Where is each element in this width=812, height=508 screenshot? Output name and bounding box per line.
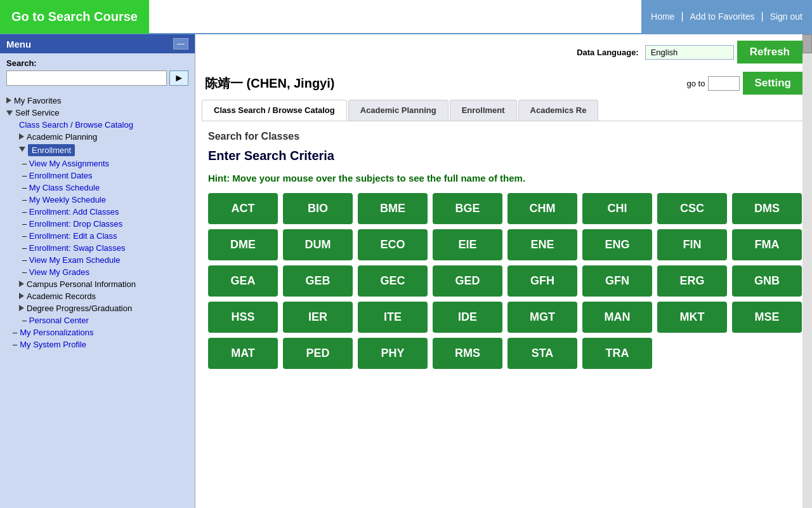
enrollment-edit-link[interactable]: Enrollment: Edit a Class	[29, 231, 117, 241]
academic-planning-triangle-icon	[19, 133, 24, 140]
sidebar-item-enrollment[interactable]: Enrollment	[0, 143, 195, 157]
sidebar-item-my-favorites[interactable]: My Favorites	[0, 95, 195, 107]
sidebar-item-academic-records[interactable]: Academic Records	[0, 290, 195, 302]
subject-button-chi[interactable]: CHI	[582, 193, 652, 224]
sidebar-item-class-search[interactable]: Class Search / Browse Catalog	[0, 119, 195, 131]
data-language-input[interactable]	[645, 45, 734, 60]
scrollbar-thumb[interactable]	[802, 34, 812, 53]
my-system-profile-link[interactable]: My System Profile	[20, 340, 86, 349]
my-class-schedule-link[interactable]: My Class Schedule	[29, 183, 100, 192]
subject-button-gnb[interactable]: GNB	[732, 265, 802, 297]
sidebar-item-enrollment-drop[interactable]: Enrollment: Drop Classes	[0, 218, 195, 230]
sidebar-minimize-button[interactable]: —	[173, 38, 188, 50]
view-assignments-link[interactable]: View My Assignments	[29, 159, 109, 168]
sidebar-item-my-class-schedule[interactable]: My Class Schedule	[0, 182, 195, 194]
subject-button-ier[interactable]: IER	[283, 302, 353, 333]
goto-input[interactable]	[708, 76, 740, 91]
personal-center-link[interactable]: Personal Center	[29, 316, 89, 325]
subject-button-dme[interactable]: DME	[208, 229, 278, 260]
subject-button-dum[interactable]: DUM	[283, 229, 353, 260]
subject-button-bme[interactable]: BME	[358, 193, 428, 224]
sidebar-header: Menu —	[0, 34, 195, 53]
subject-button-geb[interactable]: GEB	[283, 265, 353, 297]
subject-button-chm[interactable]: CHM	[508, 193, 577, 224]
subject-button-dms[interactable]: DMS	[732, 193, 802, 224]
subject-button-ide[interactable]: IDE	[433, 302, 502, 333]
subject-button-gfh[interactable]: GFH	[508, 265, 577, 297]
scrollbar-track[interactable]	[802, 34, 812, 508]
subject-button-gea[interactable]: GEA	[208, 265, 278, 297]
sidebar-item-campus-personal[interactable]: Campus Personal Information	[0, 278, 195, 290]
sidebar-item-degree-progress[interactable]: Degree Progress/Graduation	[0, 302, 195, 314]
subject-button-gfn[interactable]: GFN	[582, 265, 652, 297]
sidebar-item-self-service[interactable]: Self Service	[0, 107, 195, 119]
setting-button[interactable]: Setting	[743, 72, 802, 95]
sidebar-item-enrollment-dates[interactable]: Enrollment Dates	[0, 170, 195, 182]
subject-button-man[interactable]: MAN	[582, 302, 652, 333]
subject-button-ped[interactable]: PED	[283, 338, 353, 369]
subject-button-fin[interactable]: FIN	[657, 229, 727, 260]
subject-button-mkt[interactable]: MKT	[657, 302, 727, 333]
subject-button-rms[interactable]: RMS	[433, 338, 502, 369]
sign-out-link[interactable]: Sign out	[770, 11, 802, 22]
nav-separator-1: |	[681, 11, 683, 22]
subject-button-mse[interactable]: MSE	[732, 302, 802, 333]
add-to-favorites-link[interactable]: Add to Favorites	[690, 11, 755, 22]
refresh-button[interactable]: Refresh	[737, 41, 802, 64]
subject-button-act[interactable]: ACT	[208, 193, 278, 224]
search-go-button[interactable]: ►	[169, 70, 188, 86]
sidebar-item-academic-planning[interactable]: Academic Planning	[0, 131, 195, 143]
my-personalizations-link[interactable]: My Personalizations	[20, 328, 93, 337]
sidebar-item-enrollment-add[interactable]: Enrollment: Add Classes	[0, 206, 195, 218]
subject-button-eco[interactable]: ECO	[358, 229, 428, 260]
sidebar-item-view-assignments[interactable]: View My Assignments	[0, 157, 195, 170]
subject-button-ged[interactable]: GED	[433, 265, 502, 297]
sidebar-item-campus-personal-label: Campus Personal Information	[27, 279, 136, 289]
subject-button-ene[interactable]: ENE	[508, 229, 577, 260]
subject-button-hss[interactable]: HSS	[208, 302, 278, 333]
sidebar-title: Menu	[6, 39, 31, 50]
subject-button-eng[interactable]: ENG	[582, 229, 652, 260]
subject-button-gec[interactable]: GEC	[358, 265, 428, 297]
view-grades-link[interactable]: View My Grades	[29, 267, 89, 277]
search-section: Search: ►	[0, 53, 195, 91]
sidebar-item-view-grades[interactable]: View My Grades	[0, 266, 195, 278]
tab-academics-re[interactable]: Academics Re	[518, 100, 599, 121]
enrollment-add-link[interactable]: Enrollment: Add Classes	[29, 207, 119, 217]
top-bar: Go to Search Course Home | Add to Favori…	[0, 0, 812, 34]
search-input[interactable]	[6, 70, 167, 86]
subject-button-erg[interactable]: ERG	[657, 265, 727, 297]
view-exam-link[interactable]: View My Exam Schedule	[29, 255, 121, 265]
subject-button-bge[interactable]: BGE	[433, 193, 502, 224]
subject-button-phy[interactable]: PHY	[358, 338, 428, 369]
subject-button-bio[interactable]: BIO	[283, 193, 353, 224]
sidebar-item-view-exam[interactable]: View My Exam Schedule	[0, 254, 195, 266]
subject-button-mat[interactable]: MAT	[208, 338, 278, 369]
subject-button-eie[interactable]: EIE	[433, 229, 502, 260]
my-weekly-schedule-link[interactable]: My Weekly Schedule	[29, 195, 106, 204]
subject-button-tra[interactable]: TRA	[582, 338, 652, 369]
tab-class-search[interactable]: Class Search / Browse Catalog	[202, 100, 347, 121]
subject-button-ite[interactable]: ITE	[358, 302, 428, 333]
sidebar-item-enrollment-label: Enrollment	[28, 144, 75, 156]
enrollment-swap-link[interactable]: Enrollment: Swap Classes	[29, 243, 126, 253]
tab-enrollment[interactable]: Enrollment	[450, 100, 517, 121]
sidebar-item-personal-center[interactable]: Personal Center	[0, 314, 195, 326]
search-label: Search:	[6, 58, 188, 68]
go-to-search-button[interactable]: Go to Search Course	[0, 0, 149, 34]
class-search-link[interactable]: Class Search / Browse Catalog	[19, 120, 133, 130]
sidebar-item-my-system-profile[interactable]: –My System Profile	[0, 338, 195, 351]
subject-button-mgt[interactable]: MGT	[508, 302, 577, 333]
sidebar-item-enrollment-swap[interactable]: Enrollment: Swap Classes	[0, 242, 195, 254]
subject-button-csc[interactable]: CSC	[657, 193, 727, 224]
subject-button-sta[interactable]: STA	[508, 338, 577, 369]
content-area: Data Language: Refresh 陈靖一 (CHEN, Jingyi…	[195, 34, 812, 508]
sidebar-item-my-weekly-schedule[interactable]: My Weekly Schedule	[0, 194, 195, 206]
home-link[interactable]: Home	[651, 11, 674, 22]
sidebar-item-my-personalizations[interactable]: –My Personalizations	[0, 326, 195, 338]
enrollment-drop-link[interactable]: Enrollment: Drop Classes	[29, 219, 122, 229]
tab-academic-planning[interactable]: Academic Planning	[348, 100, 449, 121]
sidebar-item-enrollment-edit[interactable]: Enrollment: Edit a Class	[0, 230, 195, 242]
enrollment-dates-link[interactable]: Enrollment Dates	[29, 171, 93, 180]
subject-button-fma[interactable]: FMA	[732, 229, 802, 260]
